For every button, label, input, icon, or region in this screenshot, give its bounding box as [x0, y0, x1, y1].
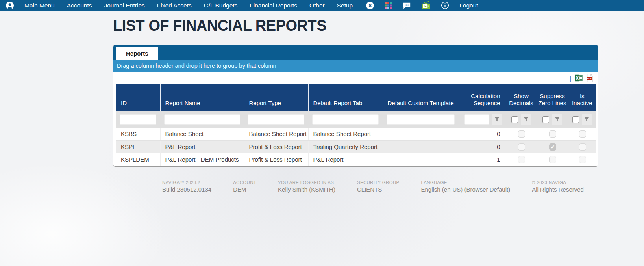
footer-divider: [267, 179, 267, 193]
info-icon[interactable]: [441, 1, 449, 9]
cell-default-report-tab: Trailing Quarterly Report: [308, 140, 383, 153]
footer-security-group: SECURITY GROUP CLIENTS: [357, 180, 400, 193]
nav-item-other[interactable]: Other: [309, 2, 325, 9]
cell-report-type: Profit & Loss Report: [244, 153, 308, 166]
footer-version: NAVIGA™ 2023.2 Build 230512.0134: [162, 180, 211, 193]
cell-suppress-zero-lines: [537, 140, 568, 153]
footer-rights-line: All Rights Reserved: [532, 186, 584, 193]
column-header-report-name[interactable]: Report Name: [160, 84, 244, 111]
footer-account: ACCOUNT DEM: [233, 180, 256, 193]
export-pdf-icon[interactable]: PDF: [586, 74, 593, 82]
footer-version-label: NAVIGA™ 2023.2: [162, 180, 211, 185]
filter-input-calculation-sequence[interactable]: [464, 114, 489, 125]
filter-checkbox-show-decimals[interactable]: [511, 116, 518, 123]
export-excel-icon[interactable]: X: [575, 74, 583, 82]
filter-menu-is-inactive[interactable]: [582, 114, 592, 125]
cell-report-type: Profit & Loss Report: [244, 140, 308, 153]
cell-report-name: P&L Report: [160, 140, 244, 153]
cell-show-decimals: [506, 128, 537, 140]
footer-build: Build 230512.0134: [162, 186, 211, 193]
nav-item-financial-reports[interactable]: Financial Reports: [250, 2, 297, 9]
footer-logged-in-label: YOU ARE LOGGED IN AS: [278, 180, 335, 185]
checkbox-show-decimals: [518, 143, 525, 151]
filter-input-default-report-tab[interactable]: [312, 114, 379, 125]
footer-security-value: CLIENTS: [357, 186, 400, 193]
column-header-default-custom-template[interactable]: Default Custom Template: [383, 84, 459, 111]
footer-divider: [410, 179, 410, 193]
group-drop-zone[interactable]: Drag a column header and drop it here to…: [113, 60, 598, 72]
top-nav: Main MenuAccountsJournal EntriesFixed As…: [0, 0, 644, 11]
filter-checkbox-suppress-zero-lines[interactable]: [542, 116, 549, 123]
page-title: LIST OF FINANCIAL REPORTS: [113, 17, 644, 34]
cell-is-inactive: [568, 140, 596, 153]
cell-suppress-zero-lines: [537, 128, 568, 140]
tab-strip: Reports: [113, 45, 598, 60]
cell-id: KSBS: [116, 128, 160, 140]
table-row[interactable]: KSPLP&L ReportProfit & Loss ReportTraili…: [116, 140, 596, 153]
table-row[interactable]: KSBSBalance SheetBalance Sheet ReportBal…: [116, 128, 596, 140]
cell-default-report-tab: Balance Sheet Report: [308, 128, 383, 140]
tab-reports[interactable]: Reports: [116, 47, 158, 60]
table-row[interactable]: KSPLDEMP&L Report - DEM ProductsProfit &…: [116, 153, 596, 166]
export-toolbar: | X PDF: [113, 72, 598, 84]
cell-report-type: Balance Sheet Report: [244, 128, 308, 140]
filter-input-report-name[interactable]: [164, 114, 240, 125]
cell-suppress-zero-lines: [537, 153, 568, 166]
footer-divider: [521, 179, 521, 193]
video-tutorials-icon[interactable]: [421, 1, 431, 10]
nav-item-g-l-budgets[interactable]: G/L Budgets: [204, 2, 238, 9]
filter-menu-show-decimals[interactable]: [521, 114, 531, 125]
table-header-row: IDReport NameReport TypeDefault Report T…: [116, 84, 596, 111]
cell-is-inactive: [568, 128, 596, 140]
grid-wrapper: IDReport NameReport TypeDefault Report T…: [113, 84, 598, 166]
nav-icons: 8: [366, 1, 449, 10]
filter-input-report-type[interactable]: [248, 114, 304, 125]
svg-text:X: X: [576, 76, 579, 80]
footer-copyright: © 2023 NAVIGA All Rights Reserved: [532, 180, 584, 193]
cell-id: KSPL: [116, 140, 160, 153]
cell-default-report-tab: P&L Report: [308, 153, 383, 166]
nav-item-logout[interactable]: Logout: [459, 2, 478, 9]
cell-is-inactive: [568, 153, 596, 166]
checkbox-suppress-zero-lines: [549, 130, 556, 138]
footer-language: LANGUAGE English (en-US) (Browser Defaul…: [421, 180, 510, 193]
footer-language-value: English (en-US) (Browser Default): [421, 186, 510, 193]
svg-text:PDF: PDF: [587, 77, 592, 80]
nav-item-fixed-assets[interactable]: Fixed Assets: [157, 2, 192, 9]
column-header-id[interactable]: ID: [116, 84, 160, 111]
reports-table: IDReport NameReport TypeDefault Report T…: [116, 84, 596, 166]
nav-item-setup[interactable]: Setup: [337, 2, 353, 9]
checkbox-suppress-zero-lines: [549, 143, 556, 151]
footer-copyright-line: © 2023 NAVIGA: [532, 180, 584, 185]
nav-item-accounts[interactable]: Accounts: [67, 2, 92, 9]
column-header-is-inactive[interactable]: Is Inactive: [568, 84, 596, 111]
checkbox-suppress-zero-lines: [549, 156, 556, 163]
chat-icon[interactable]: [402, 1, 411, 10]
checkbox-is-inactive: [579, 156, 586, 163]
footer-language-label: LANGUAGE: [421, 180, 510, 185]
column-header-suppress-zero-lines[interactable]: Suppress Zero Lines: [537, 84, 568, 111]
column-header-calculation-sequence[interactable]: Calculation Sequence: [459, 84, 506, 111]
cell-calculation-sequence: 1: [459, 153, 506, 166]
nav-menu: Main MenuAccountsJournal EntriesFixed As…: [24, 2, 353, 9]
column-header-show-decimals[interactable]: Show Decimals: [506, 84, 537, 111]
filter-row: [116, 111, 596, 128]
column-header-default-report-tab[interactable]: Default Report Tab: [308, 84, 383, 111]
nav-item-journal-entries[interactable]: Journal Entries: [104, 2, 144, 9]
notification-badge[interactable]: 8: [366, 2, 374, 9]
filter-input-id[interactable]: [120, 114, 156, 125]
footer-logged-in-value: Kelly Smith (KSMITH): [278, 186, 335, 193]
cell-show-decimals: [506, 153, 537, 166]
cell-id: KSPLDEM: [116, 153, 160, 166]
filter-input-default-custom-template[interactable]: [387, 114, 455, 125]
cell-calculation-sequence: 0: [459, 140, 506, 153]
nav-item-main-menu[interactable]: Main Menu: [24, 2, 55, 9]
filter-menu-suppress-zero-lines[interactable]: [552, 114, 562, 125]
filter-checkbox-is-inactive[interactable]: [572, 116, 579, 123]
footer: NAVIGA™ 2023.2 Build 230512.0134 ACCOUNT…: [162, 179, 644, 193]
filter-menu-calculation-sequence[interactable]: [492, 114, 502, 125]
app-grid-icon[interactable]: [384, 2, 392, 9]
cell-default-custom-template: [383, 140, 459, 153]
column-header-report-type[interactable]: Report Type: [244, 84, 308, 111]
user-profile-icon[interactable]: [6, 1, 14, 10]
